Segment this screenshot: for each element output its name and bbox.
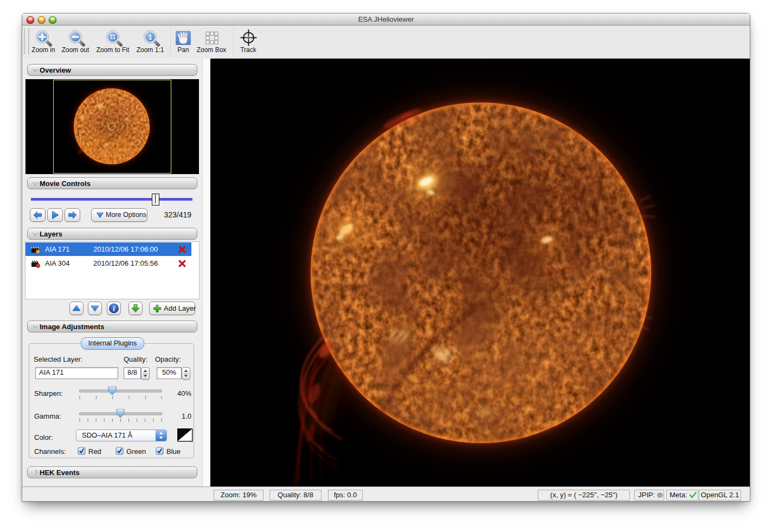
svg-text:i: i (113, 305, 115, 313)
svg-text:1: 1 (149, 34, 152, 41)
